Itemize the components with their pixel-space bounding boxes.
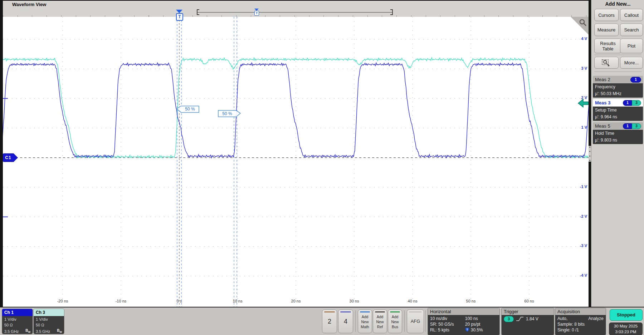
add-new-bus-button[interactable]: AddNewBus: [388, 310, 402, 333]
results-table-button[interactable]: Results Table: [594, 39, 621, 53]
trigger-level: 1.84 V: [526, 316, 538, 322]
measure-button[interactable]: Measure: [594, 24, 619, 36]
meas5-name: Meas 5: [595, 123, 610, 129]
trigger-badge[interactable]: Trigger 3 1.84 V: [502, 308, 554, 335]
ch1-badge[interactable]: Ch 1 1 V/div 50 Ω 3.5 GHz BW: [2, 309, 33, 334]
afg-button[interactable]: AFG: [407, 310, 424, 333]
ch1-bw-limit-icon: BW: [25, 328, 30, 334]
meas5-source2-badge: 3: [632, 123, 641, 129]
record-overview-strip[interactable]: T: [3, 9, 589, 17]
ch2-enable-button[interactable]: 2: [322, 310, 337, 333]
divider: [425, 310, 426, 332]
trigger-title: Trigger: [502, 308, 554, 315]
measurement-badge-meas2[interactable]: Meas 2 1 Frequency µ': 50.03 MHz: [593, 76, 643, 98]
acquisition-badge[interactable]: Acquisition Auto, Analyze Sample: 8 bits…: [555, 308, 606, 335]
x-axis-label: -20 ns: [57, 299, 68, 303]
measurement-badge-meas3[interactable]: Meas 3 1 3 Setup Time µ': 9.964 ns: [593, 99, 643, 121]
ch3-bw-limit-icon: BW: [57, 328, 62, 334]
ref-level-bubble-right-label: 50 %: [222, 111, 232, 116]
x-axis-label: -10 ns: [116, 299, 127, 303]
ch3-bandwidth: 3.5 GHz: [36, 329, 50, 334]
search-button[interactable]: Search: [620, 24, 643, 36]
acquisition-title: Acquisition: [555, 308, 606, 315]
run-stop-status-button[interactable]: Stopped: [610, 309, 643, 321]
ch1-bandwidth: 3.5 GHz: [4, 329, 19, 334]
meas2-name: Meas 2: [595, 77, 610, 82]
add-new-ref-button[interactable]: AddNewRef: [373, 310, 387, 333]
waveform-plot[interactable]: 50 %50 % -20 ns-10 ns0 s10 ns20 ns30 ns4…: [3, 17, 589, 307]
meas5-label: Hold Time: [595, 130, 641, 137]
acq-mode: Auto,: [557, 316, 567, 321]
horizontal-duration: 100 ns: [465, 316, 497, 321]
ch1-scale: 1 V/div: [4, 316, 30, 322]
x-axis-label: 40 ns: [408, 299, 418, 303]
measurement-badge-meas5[interactable]: Meas 5 1 3 Hold Time µ': 9.803 ns: [593, 122, 643, 144]
y-axis-label: 2 V: [581, 95, 587, 100]
resolution: 20 ps/pt: [465, 321, 497, 327]
x-axis-label: 60 ns: [525, 299, 534, 303]
ch3-badge[interactable]: Ch 3 1 V/div 50 Ω 3.5 GHz BW: [34, 309, 64, 334]
ref-color-stripe: [375, 311, 385, 312]
bus-color-stripe: [390, 311, 400, 312]
horizontal-title: Horizontal: [428, 308, 499, 315]
ch4-enable-button[interactable]: 4: [338, 310, 353, 333]
ch3-scale: 1 V/div: [36, 316, 62, 322]
meas3-source2-badge: 3: [632, 100, 641, 106]
trigger-position-marker-icon[interactable]: [176, 10, 182, 13]
x-axis-label: 30 ns: [350, 299, 359, 303]
x-axis-label: 20 ns: [291, 299, 301, 303]
zoom-extent-bracket[interactable]: [197, 10, 393, 15]
zoom-select-button[interactable]: [594, 57, 619, 69]
callout-button[interactable]: Callout: [620, 9, 643, 21]
more-button[interactable]: More...: [620, 57, 643, 69]
page-title: Waveform View: [12, 2, 46, 7]
trace-ch1[interactable]: [3, 63, 589, 158]
ch1-reference-flag[interactable]: C1: [3, 153, 14, 162]
y-axis-label: -3 V: [580, 243, 587, 248]
acq-sample: Sample: 8 bits: [557, 321, 604, 327]
y-axis-label: -2 V: [580, 214, 587, 218]
ch4-color-stripe: [340, 311, 351, 312]
y-axis-label: 4 V: [581, 36, 587, 41]
ch1-header: Ch 1: [2, 309, 33, 316]
x-axis-label: 50 ns: [466, 299, 476, 303]
panel-resize-handle[interactable]: [589, 146, 591, 162]
trigger-level-arrow[interactable]: [578, 99, 589, 107]
ch1-impedance: 50 Ω: [4, 322, 30, 328]
date: 30 May 2025: [609, 323, 643, 329]
datetime-display: 30 May 2025 3:03:23 PM: [609, 322, 643, 335]
y-axis-label: 3 V: [581, 66, 587, 70]
y-axis-label: -1 V: [580, 184, 587, 189]
add-new-math-button[interactable]: AddNewMath: [358, 310, 372, 333]
cursors-button[interactable]: Cursors: [594, 9, 619, 21]
horizontal-badge[interactable]: Horizontal 10 ns/div 100 ns SR: 50 GS/s …: [428, 308, 499, 335]
acq-single: Single: 0 /1: [557, 327, 604, 333]
sample-rate: SR: 50 GS/s: [430, 321, 465, 327]
y-axis-label: 1 V: [581, 125, 587, 129]
trigger-position-flag[interactable]: T: [176, 13, 183, 21]
meas5-value: µ': 9.803 ns: [595, 137, 641, 144]
magnifier-icon: [579, 18, 587, 27]
ch3-impedance: 50 Ω: [36, 322, 62, 328]
trigger-position-pct: 30.5%: [471, 327, 483, 333]
plot-button[interactable]: Plot: [620, 39, 643, 53]
record-length: RL: 5 kpts: [430, 327, 465, 333]
meas2-label: Frequency: [595, 84, 641, 90]
waveform-canvas: 50 %50 %: [3, 17, 589, 307]
meas3-name: Meas 3: [595, 100, 610, 105]
acq-analyze: Analyze: [588, 316, 604, 321]
math-color-stripe: [360, 311, 370, 312]
waveform-view-titlebar[interactable]: Waveform View: [3, 1, 589, 9]
panel-separator: [594, 55, 641, 55]
overview-trigger-flag[interactable]: T: [254, 11, 259, 16]
meas3-source1-badge: 1: [623, 100, 632, 106]
divider: [355, 310, 356, 332]
ch2-color-stripe: [324, 311, 335, 312]
trigger-source-badge: 3: [504, 316, 514, 322]
meas3-value: µ': 9.964 ns: [595, 114, 641, 120]
meas5-source1-badge: 1: [623, 123, 632, 129]
trace-ch3[interactable]: [3, 58, 589, 158]
x-axis-label: 0 s: [177, 299, 182, 303]
y-axis-label: -4 V: [580, 273, 587, 277]
window-left-border: [0, 0, 3, 307]
